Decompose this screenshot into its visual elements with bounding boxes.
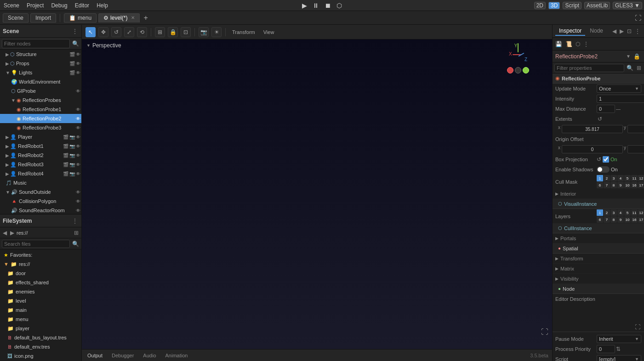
tree-item-lights[interactable]: ▼ 💡 Lights 🎬 👁: [0, 68, 81, 77]
layer-3[interactable]: 3: [610, 209, 617, 216]
tab-import[interactable]: Import: [30, 13, 56, 23]
tree-item-reflprobes[interactable]: ▼ ◉ ReflectionProbes: [0, 96, 81, 105]
intensity-input[interactable]: [597, 95, 644, 103]
fs-options-btn[interactable]: ⋮: [71, 217, 79, 225]
cull-7[interactable]: 7: [604, 182, 610, 188]
tree-item-redrobot3[interactable]: ▶ 👤 RedRobot3 🎬 📷 👁: [0, 160, 81, 169]
tab-audio[interactable]: Audio: [141, 352, 158, 359]
origin-x-input[interactable]: [562, 145, 623, 153]
lock-tool-btn[interactable]: 🔒: [168, 27, 178, 37]
btn-assetlib[interactable]: AssetLib: [584, 2, 610, 9]
viewport-expand-btn[interactable]: ⛶: [541, 328, 548, 336]
extents-y-input[interactable]: [627, 125, 644, 133]
box-proj-checkbox[interactable]: [603, 156, 609, 163]
tab-level[interactable]: ⚙ level(*) ✕: [98, 13, 140, 23]
cull-2[interactable]: 2: [604, 175, 610, 181]
color-dot-red[interactable]: [507, 67, 513, 73]
fs-item-env[interactable]: 🗎 default_env.tres: [0, 342, 81, 351]
filter-properties-input[interactable]: [554, 64, 624, 72]
extents-x-input[interactable]: [562, 125, 623, 133]
filter-props-search[interactable]: 🔍: [626, 64, 634, 72]
tree-item-soundoutside[interactable]: ▼ 🔊 SoundOutside 👁: [0, 187, 81, 197]
cull-6[interactable]: 6: [597, 182, 603, 188]
fs-item-player[interactable]: 📁 player: [0, 324, 81, 333]
menu-debug[interactable]: Debug: [49, 2, 69, 9]
tree-item-reflprobe3[interactable]: ◉ ReflectionProbe3 👁: [0, 123, 81, 132]
tree-item-giprobe[interactable]: ⬡ GIProbe 👁: [0, 86, 81, 96]
fs-item-icon[interactable]: 🖼 icon.png: [0, 351, 81, 361]
layer-11[interactable]: 11: [631, 209, 638, 216]
tree-item-redrobot2[interactable]: ▶ 👤 RedRobot2 🎬 📷 👁: [0, 151, 81, 160]
cull-4[interactable]: 4: [617, 175, 624, 181]
fs-view-toggle[interactable]: ⊞: [73, 229, 80, 237]
cull-10[interactable]: 10: [624, 182, 631, 188]
local-tool-btn[interactable]: ⟲: [137, 27, 147, 37]
tab-menu[interactable]: 📋 menu: [64, 13, 97, 23]
max-distance-reset[interactable]: —: [616, 107, 621, 112]
tree-item-props[interactable]: ▶ ⬡ Props 🎬 👁: [0, 59, 81, 68]
gles-badge[interactable]: GLES3 ▼: [613, 2, 642, 9]
light-tool-btn[interactable]: ☀: [211, 27, 222, 37]
grid-tool-btn[interactable]: ⊡: [181, 27, 191, 37]
cull-3[interactable]: 3: [610, 175, 617, 181]
transform-section[interactable]: ▶ Transform: [553, 254, 644, 264]
tree-item-reflprobe2[interactable]: ◉ ReflectionProbe2 👁: [0, 114, 81, 123]
layer-1[interactable]: 1: [597, 209, 603, 216]
update-mode-dropdown[interactable]: Once ▼: [597, 85, 641, 93]
stop-button[interactable]: ⏹: [323, 2, 332, 9]
transform-menu-btn[interactable]: Transform: [229, 28, 258, 36]
tab-debugger[interactable]: Debugger: [110, 352, 136, 359]
inspector-options-btn[interactable]: ⋮: [634, 28, 641, 35]
cull-11[interactable]: 11: [631, 175, 638, 181]
tree-item-structure[interactable]: ▶ ⬡ Structure 🎬 👁: [0, 50, 81, 59]
cull-16[interactable]: 16: [631, 182, 638, 188]
tree-item-reflprobe1[interactable]: ◉ ReflectionProbe1 👁: [0, 105, 81, 114]
cull-5[interactable]: 5: [624, 175, 631, 181]
insp-script-btn[interactable]: 📜: [564, 40, 573, 48]
fs-item-level[interactable]: 📁 level: [0, 296, 81, 305]
layer-9[interactable]: 9: [617, 216, 624, 223]
extents-reset-btn[interactable]: ↺: [597, 115, 603, 123]
filter-nodes-input[interactable]: [2, 39, 70, 48]
layer-2[interactable]: 2: [604, 209, 610, 216]
select-tool-btn[interactable]: ↖: [85, 27, 96, 37]
tree-item-redrobot1[interactable]: ▶ 👤 RedRobot1 🎬 📷 👁: [0, 141, 81, 151]
tree-item-music[interactable]: 🎵 Music: [0, 178, 81, 187]
insp-more-btn[interactable]: ⋮: [582, 40, 590, 48]
play-button[interactable]: ▶: [301, 2, 308, 9]
process-priority-input[interactable]: [597, 345, 615, 353]
tab-scene[interactable]: Scene: [3, 13, 28, 23]
menu-scene[interactable]: Scene: [2, 2, 21, 9]
inspector-expand-icon[interactable]: ⛶: [634, 323, 641, 331]
snap-tool-btn[interactable]: ⊞: [155, 27, 165, 37]
btn-script[interactable]: Script: [563, 2, 581, 9]
interior-section[interactable]: ▶ Interior: [553, 189, 644, 199]
shadows-toggle-track[interactable]: [597, 166, 610, 173]
color-dot-gray[interactable]: [515, 67, 521, 73]
scene-options-btn[interactable]: ⋮: [71, 28, 79, 35]
insp-object-btn[interactable]: ⬡: [575, 40, 581, 48]
insp-save-btn[interactable]: 💾: [554, 40, 563, 48]
fs-item-enemies[interactable]: 📁 enemies: [0, 287, 81, 296]
layer-7[interactable]: 7: [604, 216, 610, 223]
fs-search-input[interactable]: [2, 240, 70, 248]
layer-12[interactable]: 12: [638, 209, 644, 216]
move-tool-btn[interactable]: ✥: [98, 27, 108, 37]
layer-5[interactable]: 5: [624, 209, 631, 216]
inspector-forward-btn[interactable]: ▶: [619, 28, 625, 35]
tab-output[interactable]: Output: [85, 352, 104, 359]
bp-reset-icon[interactable]: ↺: [597, 156, 601, 163]
node-lock-btn[interactable]: 🔒: [633, 53, 641, 60]
max-distance-input[interactable]: [597, 105, 615, 113]
layer-17[interactable]: 17: [638, 216, 644, 223]
pause-mode-dropdown[interactable]: Inherit ▼: [597, 335, 641, 343]
origin-y-input[interactable]: [627, 145, 644, 153]
layer-8[interactable]: 8: [610, 216, 617, 223]
cull-1[interactable]: 1: [597, 175, 603, 181]
portals-section[interactable]: ▶ Portals: [553, 233, 644, 243]
script-dropdown[interactable]: [empty] ▼: [597, 355, 641, 361]
view-menu-btn[interactable]: View: [261, 28, 277, 36]
layer-10[interactable]: 10: [624, 216, 631, 223]
tab-animation[interactable]: Animation: [164, 352, 190, 359]
tree-item-redrobot4[interactable]: ▶ 👤 RedRobot4 🎬 📷 👁: [0, 169, 81, 178]
